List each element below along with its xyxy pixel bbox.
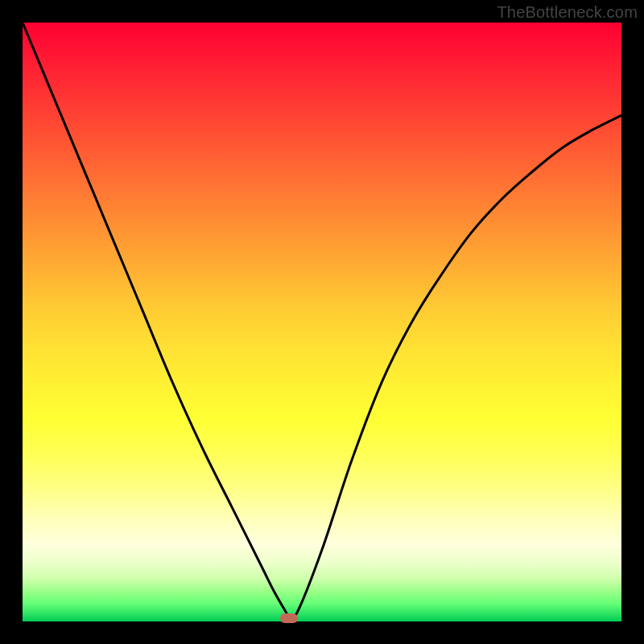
plot-background-gradient — [23, 23, 621, 621]
optimal-point-marker — [280, 613, 298, 623]
watermark-text: TheBottleneck.com — [497, 3, 638, 22]
chart-frame: TheBottleneck.com — [0, 0, 644, 644]
